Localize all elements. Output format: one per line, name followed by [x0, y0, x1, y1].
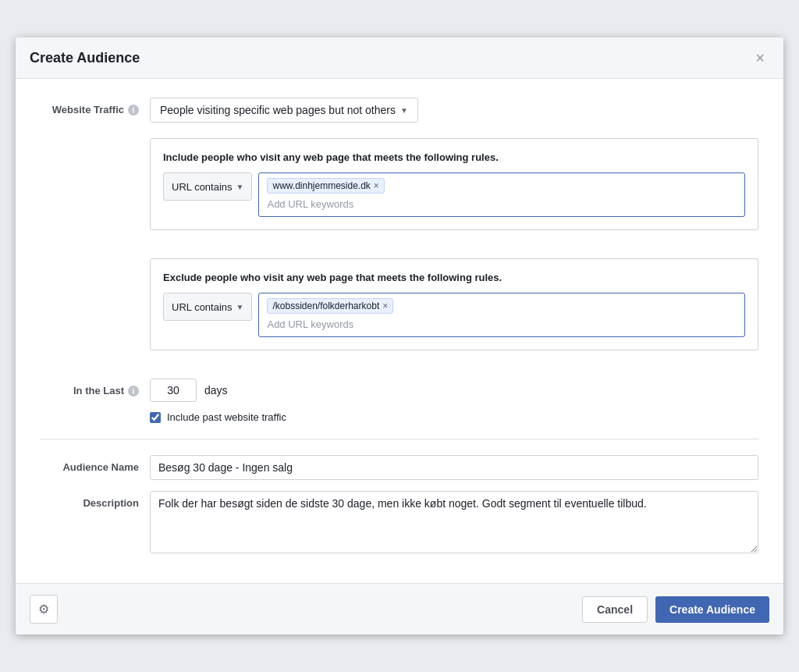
exclude-tag-input-box[interactable]: /kobssiden/folkderharkobt × Add URL keyw… [258, 293, 745, 337]
exclude-tag: /kobssiden/folkderharkobt × [267, 298, 393, 314]
in-the-last-row: In the Last i days Include past website … [41, 379, 758, 423]
in-last-controls: days [150, 379, 758, 402]
description-label: Description [41, 491, 150, 509]
in-the-last-label: In the Last i [41, 379, 150, 396]
website-traffic-content: People visiting specific web pages but n… [150, 98, 758, 123]
close-button[interactable]: × [751, 48, 769, 67]
website-traffic-dropdown-arrow: ▼ [400, 106, 408, 115]
in-the-last-info-icon[interactable]: i [128, 386, 139, 396]
include-past-traffic-checkbox[interactable] [150, 412, 161, 423]
include-section-row: Include people who visit any web page th… [41, 138, 758, 243]
exclude-section-row: Exclude people who visit any web page th… [41, 258, 758, 363]
include-rule-row: URL contains ▼ www.dinhjemmeside.dk × Ad… [163, 172, 745, 217]
include-rule-section: Include people who visit any web page th… [150, 138, 758, 230]
description-textarea[interactable]: Folk der har besøgt siden de sidste 30 d… [150, 491, 758, 553]
divider [41, 439, 758, 439]
dialog-header: Create Audience × [16, 37, 783, 79]
include-tag-close[interactable]: × [374, 181, 379, 190]
exclude-url-dropdown-arrow: ▼ [236, 303, 244, 311]
website-traffic-row: Website Traffic i People visiting specif… [41, 98, 758, 123]
website-traffic-label: Website Traffic i [41, 98, 150, 116]
dialog-body: Website Traffic i People visiting specif… [16, 79, 783, 583]
audience-name-label: Audience Name [41, 455, 150, 473]
dialog-title: Create Audience [30, 50, 140, 66]
exclude-url-dropdown[interactable]: URL contains ▼ [163, 293, 252, 321]
exclude-tag-close[interactable]: × [382, 301, 388, 311]
gear-button[interactable]: ⚙ [30, 595, 58, 624]
gear-icon: ⚙ [38, 602, 49, 617]
include-tag: www.dinhjemmeside.dk × [267, 178, 384, 194]
audience-name-input[interactable] [150, 455, 758, 480]
exclude-rule-header: Exclude people who visit any web page th… [163, 272, 745, 283]
include-section-content: Include people who visit any web page th… [150, 138, 758, 243]
exclude-section-content: Exclude people who visit any web page th… [150, 258, 758, 363]
in-the-last-content: days Include past website traffic [150, 379, 758, 423]
dialog-footer: ⚙ Cancel Create Audience [16, 583, 783, 635]
website-traffic-dropdown[interactable]: People visiting specific web pages but n… [150, 98, 418, 123]
include-label-spacer [41, 138, 150, 144]
exclude-add-keywords[interactable]: Add URL keywords [265, 315, 738, 333]
description-row: Description Folk der har besøgt siden de… [41, 491, 758, 553]
include-url-dropdown-arrow: ▼ [236, 183, 244, 191]
cancel-button[interactable]: Cancel [582, 596, 648, 623]
include-past-traffic-label[interactable]: Include past website traffic [167, 411, 286, 423]
days-label: days [204, 384, 228, 396]
website-traffic-info-icon[interactable]: i [128, 105, 139, 116]
include-tag-input-box[interactable]: www.dinhjemmeside.dk × Add URL keywords [258, 172, 745, 217]
exclude-rule-row: URL contains ▼ /kobssiden/folkderharkobt… [163, 293, 745, 337]
include-add-keywords[interactable]: Add URL keywords [265, 195, 738, 213]
include-past-traffic-row: Include past website traffic [150, 411, 758, 423]
create-audience-button[interactable]: Create Audience [655, 596, 769, 623]
exclude-rule-section: Exclude people who visit any web page th… [150, 258, 758, 350]
include-rule-header: Include people who visit any web page th… [163, 151, 745, 163]
days-input[interactable] [150, 379, 197, 402]
include-url-dropdown[interactable]: URL contains ▼ [163, 172, 252, 201]
audience-name-row: Audience Name [41, 455, 758, 480]
footer-right: Cancel Create Audience [582, 596, 769, 623]
create-audience-dialog: Create Audience × Website Traffic i Peop… [16, 37, 783, 635]
exclude-label-spacer [41, 258, 150, 265]
